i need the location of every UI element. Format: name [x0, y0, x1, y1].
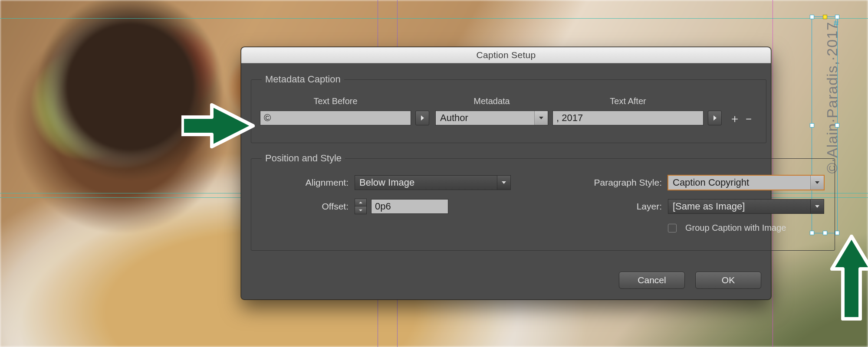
plus-icon: ＋: [729, 111, 740, 126]
frame-handle[interactable]: [823, 15, 827, 19]
metadata-caption-group: Metadata Caption Text Before Metadata Au…: [251, 74, 766, 143]
metadata-select-value: Author: [440, 112, 468, 124]
minus-icon: －: [743, 111, 754, 126]
metadata-label: Metadata: [473, 96, 510, 106]
chevron-down-icon: [810, 176, 824, 190]
layer-label: Layer:: [562, 201, 662, 212]
caption-setup-dialog: Caption Setup Metadata Caption Text Befo…: [241, 47, 771, 300]
chevron-up-icon: [358, 201, 363, 204]
triangle-right-icon: [713, 115, 717, 121]
frame-handle[interactable]: [810, 15, 814, 19]
metadata-caption-legend: Metadata Caption: [262, 74, 344, 85]
chevron-down-icon: [497, 176, 510, 190]
ruler-guide: [0, 18, 868, 19]
offset-step-down[interactable]: [355, 206, 366, 214]
text-before-input[interactable]: [260, 111, 411, 125]
frame-handle[interactable]: [835, 231, 839, 235]
add-row-button[interactable]: ＋: [728, 111, 742, 125]
text-before-label: Text Before: [313, 96, 357, 106]
triangle-right-icon: [420, 115, 424, 121]
offset-step-up[interactable]: [355, 199, 366, 206]
paragraph-style-label: Paragraph Style:: [562, 177, 662, 188]
offset-label: Offset:: [262, 201, 349, 212]
layer-select-value: [Same as Image]: [673, 201, 745, 212]
position-style-group: Position and Style Alignment: Below Imag…: [251, 153, 835, 251]
ok-button[interactable]: OK: [695, 272, 761, 289]
metadata-select[interactable]: Author: [435, 111, 548, 125]
alignment-select[interactable]: Below Image: [355, 175, 511, 190]
frame-handle[interactable]: [810, 123, 814, 128]
group-caption-label: Group Caption with Image: [685, 223, 786, 233]
frame-handle[interactable]: [835, 15, 839, 19]
position-style-legend: Position and Style: [262, 153, 345, 164]
cancel-button[interactable]: Cancel: [619, 272, 685, 289]
group-caption-checkbox[interactable]: [668, 224, 677, 232]
paragraph-style-select-value: Caption Copyright: [673, 177, 749, 188]
text-before-special-menu[interactable]: [415, 111, 429, 125]
offset-input[interactable]: [371, 199, 448, 214]
chevron-down-icon: [810, 200, 824, 213]
text-after-label: Text After: [610, 96, 646, 106]
text-after-special-menu[interactable]: [708, 111, 722, 125]
layer-select[interactable]: [Same as Image]: [668, 199, 824, 214]
text-after-input[interactable]: [552, 111, 704, 125]
dialog-title: Caption Setup: [241, 47, 771, 63]
frame-handle[interactable]: [835, 123, 839, 128]
chevron-down-icon: [534, 111, 548, 125]
group-caption-row[interactable]: Group Caption with Image: [668, 223, 824, 233]
chevron-down-icon: [358, 209, 363, 212]
alignment-label: Alignment:: [262, 177, 349, 188]
offset-stepper[interactable]: [355, 199, 367, 214]
remove-row-button[interactable]: －: [742, 111, 756, 125]
alignment-select-value: Below Image: [359, 177, 414, 188]
paragraph-style-select[interactable]: Caption Copyright: [668, 175, 824, 190]
